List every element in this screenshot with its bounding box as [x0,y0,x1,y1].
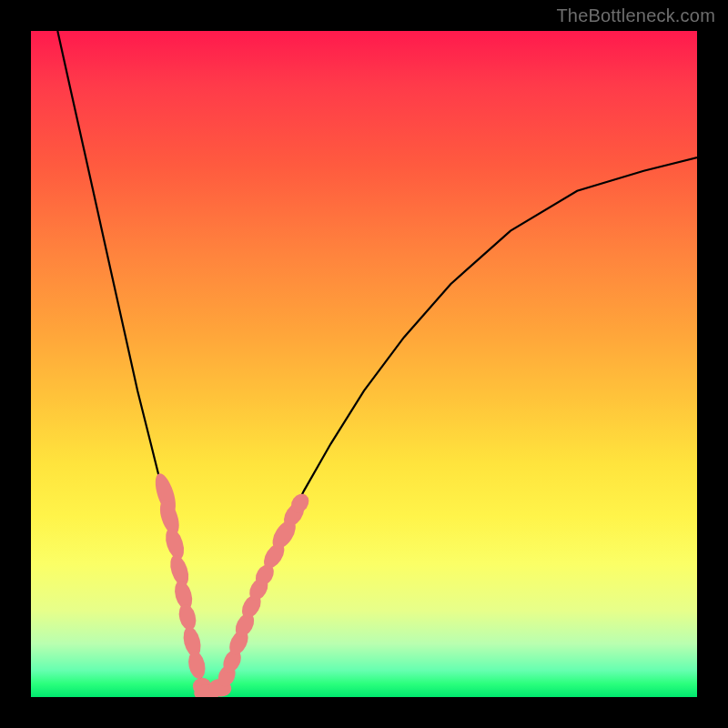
plot-area [31,31,697,697]
watermark-text: TheBottleneck.com [556,5,715,26]
curve-markers [151,471,312,697]
bottleneck-curve [57,31,697,693]
curve-marker [186,650,207,681]
chart-svg [31,31,697,697]
chart-frame: TheBottleneck.com [0,0,728,728]
